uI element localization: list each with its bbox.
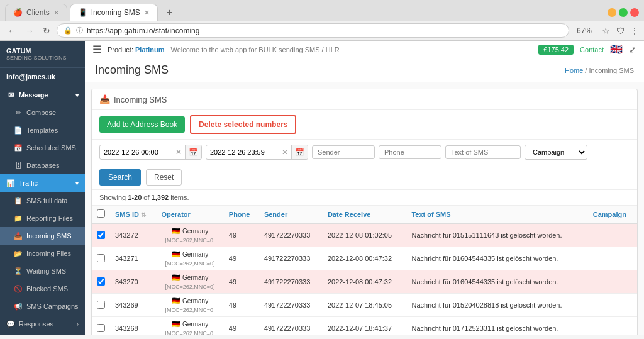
bookmark-icon[interactable]: ☆ — [599, 25, 613, 37]
url-bar[interactable]: 🔒 ⓘ https://app.gatum.io/stat/incoming — [57, 23, 569, 38]
logo-sub: SENDING SOLUTIONS — [6, 55, 79, 61]
close-clients-tab-icon[interactable]: ✕ — [53, 9, 59, 17]
cell-text-2: Nachricht für 01604544335 ist gelöscht w… — [406, 270, 587, 294]
row-checkbox-1[interactable] — [97, 254, 105, 262]
close-incoming-tab-icon[interactable]: ✕ — [144, 9, 150, 17]
scheduled-icon: 📅 — [14, 143, 23, 152]
extensions-icon[interactable]: 🛡 — [616, 26, 625, 36]
menu-icon[interactable]: ⋮ — [630, 26, 639, 36]
product-name: Platinum — [135, 46, 164, 53]
row-checkbox-4[interactable] — [97, 324, 105, 332]
add-address-book-button[interactable]: Add to Address Book — [99, 116, 185, 133]
row-checkbox-cell-3 — [92, 294, 110, 317]
message-arrow-icon: ▾ — [75, 92, 79, 99]
table-row: 343271 🇩🇪 Germany [MCC=262,MNC=0] 49 491… — [92, 247, 637, 270]
tab-incoming-sms[interactable]: 📱 Incoming SMS ✕ — [70, 4, 158, 21]
row-checkbox-3[interactable] — [97, 301, 105, 309]
sidebar-item-waiting-sms[interactable]: ⏳ Waiting SMS — [0, 262, 85, 280]
sidebar-item-scheduled-sms[interactable]: 📅 Scheduled SMS — [0, 139, 85, 157]
browser-chrome: 🍎 Clients ✕ 📱 Incoming SMS ✕ + ← → ↻ 🔒 ⓘ… — [0, 0, 644, 41]
cell-sms-id-1: 343271 — [110, 247, 156, 270]
minimize-button[interactable] — [608, 8, 616, 17]
cell-campaign-0 — [588, 223, 637, 247]
sidebar-label-databases: Databases — [26, 162, 60, 169]
balance-badge: €175,42 — [538, 45, 574, 55]
cell-campaign-3 — [588, 294, 637, 317]
sidebar-item-templates[interactable]: 📄 Templates — [0, 121, 85, 139]
cell-date-1: 2022-12-08 00:47:32 — [323, 247, 407, 270]
sidebar-item-compose[interactable]: ✏ Compose — [0, 104, 85, 121]
breadcrumb-home[interactable]: Home — [565, 67, 583, 74]
reset-button[interactable]: Reset — [146, 169, 182, 186]
sidebar-item-reporting-files[interactable]: 📁 Reporting Files — [0, 209, 85, 227]
sidebar-item-sms-campaigns[interactable]: 📢 SMS Campaigns — [0, 297, 85, 315]
sender-input[interactable] — [312, 145, 375, 159]
search-button[interactable]: Search — [99, 169, 141, 186]
date-from-clear-icon[interactable]: ✕ — [172, 145, 185, 159]
col-sms-id: SMS ID ⇅ — [110, 206, 156, 223]
sidebar-label-responses: Responses — [19, 320, 53, 328]
main-content: Incoming SMS Home / Incoming SMS 📥 Incom… — [85, 58, 644, 335]
phone-input[interactable] — [379, 145, 441, 159]
flag-icon-4: 🇩🇪 — [172, 320, 180, 328]
back-button[interactable]: ← — [5, 25, 19, 37]
clients-tab-icon: 🍎 — [13, 8, 23, 17]
new-tab-button[interactable]: + — [160, 4, 179, 21]
sidebar-item-incoming-files[interactable]: 📂 Incoming Files — [0, 245, 85, 262]
campaign-select[interactable]: Campaign — [525, 145, 587, 160]
blocked-sms-icon: 🚫 — [14, 284, 23, 293]
sidebar-item-responses[interactable]: 💬 Responses › — [0, 315, 85, 333]
date-to-input[interactable] — [206, 146, 279, 158]
sidebar-item-incoming-sms[interactable]: 📥 Incoming SMS — [0, 227, 85, 245]
sidebar-item-message[interactable]: ✉ Message ▾ — [0, 86, 85, 104]
col-date-receive: Date Receive — [323, 206, 407, 223]
forward-button[interactable]: → — [23, 25, 36, 37]
flag-icon-1: 🇩🇪 — [172, 250, 180, 258]
sidebar-label-scheduled: Scheduled SMS — [26, 144, 76, 152]
cell-date-4: 2022-12-07 18:41:37 — [323, 317, 407, 335]
select-all-checkbox[interactable] — [97, 209, 105, 218]
sidebar-label-sms-full-data: SMS full data — [26, 197, 67, 204]
flag-icon-2: 🇩🇪 — [172, 274, 180, 282]
date-from-input[interactable] — [100, 146, 172, 158]
cell-text-4: Nachricht für 01712523311 ist gelöscht w… — [406, 317, 587, 335]
row-checkbox-cell-0 — [92, 223, 110, 247]
date-to-clear-icon[interactable]: ✕ — [279, 145, 291, 159]
current-url: https://app.gatum.io/stat/incoming — [87, 26, 562, 35]
contact-button[interactable]: Contact — [580, 46, 604, 53]
cell-phone-0: 49 — [224, 223, 259, 247]
sidebar-item-blocked-sms[interactable]: 🚫 Blocked SMS — [0, 280, 85, 297]
sidebar-label-compose: Compose — [26, 109, 56, 116]
sidebar-label-templates: Templates — [26, 126, 58, 134]
traffic-icon: 📊 — [6, 179, 15, 187]
row-checkbox-0[interactable] — [97, 231, 105, 239]
page-title: Incoming SMS — [95, 64, 169, 77]
panel-header-icon: 📥 — [99, 94, 110, 104]
sidebar-item-sms-full-data[interactable]: 📋 SMS full data — [0, 192, 85, 209]
row-checkbox-2[interactable] — [97, 277, 105, 286]
responses-icon: 💬 — [6, 320, 15, 328]
reload-button[interactable]: ↻ — [40, 25, 53, 37]
delete-selected-button[interactable]: Delete selected numbers — [190, 115, 296, 134]
maximize-button[interactable] — [619, 8, 628, 17]
date-from-group: ✕ 📅 — [99, 145, 202, 160]
cell-text-1: Nachricht für 01604544335 ist gelöscht w… — [406, 247, 587, 270]
breadcrumb-current: Incoming SMS — [589, 67, 634, 74]
sms-campaigns-icon: 📢 — [14, 302, 23, 311]
sms-text-input[interactable] — [445, 145, 521, 159]
tab-clients[interactable]: 🍎 Clients ✕ — [5, 4, 67, 21]
date-from-calendar-icon[interactable]: 📅 — [185, 145, 201, 159]
sidebar-item-databases[interactable]: 🗄 Databases — [0, 157, 85, 174]
logo-brand: GATUM — [6, 47, 79, 55]
sidebar-logo: GATUM SENDING SOLUTIONS — [0, 41, 85, 68]
hamburger-button[interactable]: ☰ — [92, 43, 101, 55]
flag-icon-3: 🇩🇪 — [172, 297, 180, 305]
cell-campaign-2 — [588, 270, 637, 294]
table-row: 343272 🇩🇪 Germany [MCC=262,MNC=0] 49 491… — [92, 223, 637, 247]
sidebar-item-statistic[interactable]: 📈 Statistic › — [0, 333, 85, 335]
window-close-button[interactable] — [630, 8, 639, 17]
date-to-calendar-icon[interactable]: 📅 — [291, 145, 308, 159]
expand-icon[interactable]: ⤢ — [629, 45, 636, 55]
lock-icon: 🔒 — [64, 26, 72, 35]
sidebar-item-traffic[interactable]: 📊 Traffic ▾ — [0, 174, 85, 192]
